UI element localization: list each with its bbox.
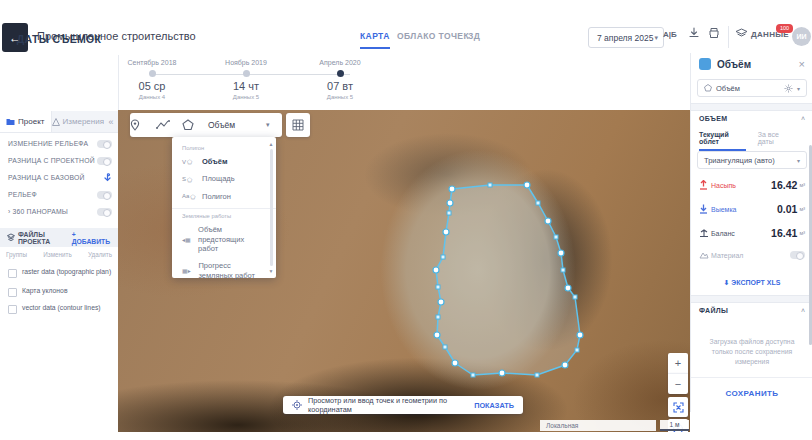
polyline-icon[interactable] xyxy=(156,120,182,130)
add-file-button[interactable]: + ДОБАВИТЬ xyxy=(72,231,111,245)
draw-mode-select[interactable]: Объём xyxy=(208,120,266,130)
folder-icon xyxy=(6,118,15,126)
layer-row-relief: РЕЛЬЕФ xyxy=(8,186,112,203)
menu-item-polygon[interactable]: Aa⬠ Полигон xyxy=(172,188,276,205)
collapse-chevron-icon[interactable]: ˄ xyxy=(801,307,805,314)
chevron-down-icon[interactable]: ▾ xyxy=(797,85,800,92)
method-select[interactable]: Триангуляция (авто) ▾ xyxy=(697,151,807,169)
zoom-in-button[interactable]: + xyxy=(668,353,688,373)
panel-divider xyxy=(691,103,812,111)
file-item-vector[interactable]: vector data (contour lines) xyxy=(8,304,112,314)
file-checkbox[interactable] xyxy=(8,288,17,297)
timeline-dot[interactable] xyxy=(243,70,250,77)
show-coordinates-button[interactable]: ПОКАЗАТЬ xyxy=(474,401,514,410)
layers-stack-icon xyxy=(7,233,15,242)
coordinates-hint-text: Просмотр или ввод точек и геометрии по к… xyxy=(308,396,468,414)
save-button[interactable]: СОХРАНИТЬ xyxy=(691,389,812,398)
tab-map[interactable]: КАРТА xyxy=(360,31,390,41)
file-checkbox[interactable] xyxy=(8,269,17,278)
groups-button[interactable]: Группы xyxy=(6,251,27,258)
ruler-icon xyxy=(52,118,60,126)
files-section-title: ФАЙЛЫ xyxy=(699,307,728,314)
menu-item-label: Объём предстоящих работ xyxy=(198,225,266,253)
layer-toggle[interactable] xyxy=(97,157,112,165)
coordinates-bar: Просмотр или ввод точек и геометрии по к… xyxy=(283,396,523,414)
tab-all-dates[interactable]: За все даты xyxy=(758,131,793,151)
crs-select[interactable]: Локальная xyxy=(540,420,656,431)
layer-row-diff-base: РАЗНИЦА С БАЗОВОЙ xyxy=(8,169,112,186)
timeline-point[interactable]: Ноябрь 2019 14 чт Данных 5 xyxy=(198,59,294,100)
scale-bar: 1 м xyxy=(660,420,689,431)
metric-value: 0.01 xyxy=(777,203,797,215)
timeline-dot-active[interactable] xyxy=(337,70,344,77)
grid-button[interactable] xyxy=(286,113,310,137)
edit-button[interactable]: Изменить xyxy=(43,251,71,258)
collapse-chevron-icon[interactable]: ˄ xyxy=(801,115,805,122)
polygon-tool-icon[interactable] xyxy=(182,119,208,131)
place-marker-icon[interactable] xyxy=(130,119,156,131)
tab-3d[interactable]: ЗД xyxy=(468,31,480,41)
sidebar-collapse-button[interactable]: « xyxy=(104,111,118,132)
dropdown-section-polygon: Полигон xyxy=(172,143,276,153)
menu-item-volume[interactable]: V⬠ Объём xyxy=(172,153,276,170)
map-viewport[interactable]: Объём ▾ Полигон V⬠ Объём S⬠ Площадь Aa⬠ … xyxy=(118,110,690,432)
zoom-out-button[interactable]: − xyxy=(668,373,688,394)
layer-label: РАЗНИЦА С ПРОЕКТНОЙ xyxy=(8,157,95,164)
timeline-dot[interactable] xyxy=(149,70,156,77)
sidebar-tabs: Проект Измерения « xyxy=(0,111,118,133)
file-label: Карта уклонов xyxy=(22,287,68,296)
layers-icon xyxy=(735,28,748,39)
menu-item-area[interactable]: S⬠ Площадь xyxy=(172,170,276,187)
timeline-point-active[interactable]: Апрель 2020 07 вт Данных 5 xyxy=(292,59,388,100)
layer-toggle[interactable] xyxy=(97,191,112,199)
menu-item-upcoming-work-volume[interactable]: ◂▦ Объём предстоящих работ xyxy=(172,221,276,257)
gear-icon[interactable] xyxy=(784,84,793,93)
polygon-pentagon-icon: Aa⬠ xyxy=(182,193,196,200)
layer-row-terrain-change: ИЗМЕНЕНИЕ РЕЛЬЕФА xyxy=(8,135,112,152)
file-actions: Группы Изменить Удалить xyxy=(6,251,112,258)
print-icon[interactable] xyxy=(708,27,720,39)
layer-toggle[interactable] xyxy=(97,140,112,148)
tab-point-cloud[interactable]: ОБЛАКО ТОЧЕК xyxy=(397,31,469,41)
scroll-down-icon[interactable]: ▼ xyxy=(268,268,274,274)
chevron-down-icon[interactable]: ▾ xyxy=(266,121,282,129)
fit-extent-button[interactable] xyxy=(668,397,688,417)
chevron-down-icon[interactable]: ▾ xyxy=(797,157,800,164)
dropdown-scrollbar[interactable]: ▲ ▼ xyxy=(268,141,274,274)
delete-button[interactable]: Удалить xyxy=(88,251,112,258)
material-toggle[interactable] xyxy=(790,251,805,259)
tab-measurements-label: Измерения xyxy=(63,117,104,126)
anchor-icon[interactable] xyxy=(103,173,112,183)
download-icon[interactable] xyxy=(688,27,700,39)
file-item-raster[interactable]: raster data (topographic plan) xyxy=(8,268,112,278)
survey-date-value: 7 апреля 2025 xyxy=(597,33,653,43)
metric-label: Насыпь xyxy=(711,182,771,189)
panel-header: Объём × xyxy=(691,53,812,75)
metric-value: 16.41 xyxy=(771,227,797,239)
measure-color-swatch xyxy=(699,58,711,70)
metric-unit: м³ xyxy=(799,182,805,188)
layer-toggle[interactable] xyxy=(97,208,112,216)
close-icon[interactable]: × xyxy=(799,58,805,70)
file-item-slope-map[interactable]: Карта уклонов xyxy=(8,287,112,297)
labels-ab-toggle[interactable]: А|Б xyxy=(663,30,677,39)
object-select[interactable]: Объём ▾ xyxy=(697,79,807,97)
menu-item-earthwork-progress[interactable]: ▦▸ Прогресс земляных работ xyxy=(172,257,276,284)
layer-row-diff-design: РАЗНИЦА С ПРОЕКТНОЙ xyxy=(8,152,112,169)
metric-unit: м³ xyxy=(799,206,805,212)
user-avatar[interactable]: ИИ xyxy=(792,27,811,46)
survey-date-select[interactable]: 7 апреля 2025 ▾ xyxy=(588,27,664,48)
files-section-header: ФАЙЛЫ ˄ xyxy=(699,307,805,314)
left-sidebar: ДАТЫ СЪЕМОК Проект Измерения « ИЗМЕНЕНИЕ… xyxy=(0,55,119,412)
file-checkbox[interactable] xyxy=(8,305,17,314)
timeline-day: 14 чт xyxy=(198,80,294,92)
tab-measurements[interactable]: Измерения xyxy=(52,111,104,132)
material-row: Материал xyxy=(699,251,805,259)
header-divider xyxy=(728,26,729,48)
tab-project[interactable]: Проект xyxy=(0,111,52,132)
export-xls-button[interactable]: ⬇ ЭКСПОРТ XLS xyxy=(691,279,812,287)
volume-section-title: ОБЪЕМ xyxy=(699,115,727,122)
tab-current-flight[interactable]: Текущий облет xyxy=(699,131,746,151)
scroll-up-icon[interactable]: ▲ xyxy=(268,141,274,147)
top-header: ← Промышленное строительство КАРТА ОБЛАК… xyxy=(0,20,812,56)
